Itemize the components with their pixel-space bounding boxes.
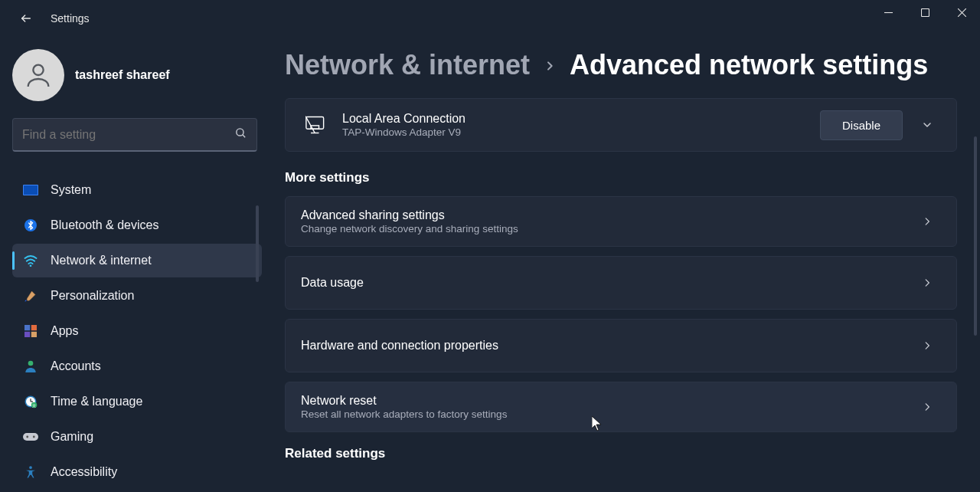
- svg-rect-9: [24, 185, 38, 195]
- sidebar-item-accessibility[interactable]: Accessibility: [12, 455, 262, 489]
- svg-point-26: [29, 466, 32, 469]
- chevron-right-icon: [544, 55, 556, 80]
- svg-rect-15: [31, 332, 37, 337]
- close-button[interactable]: [943, 0, 980, 25]
- sidebar-item-personalization[interactable]: Personalization: [12, 279, 262, 313]
- maximize-button[interactable]: [906, 0, 943, 25]
- search-icon: [234, 126, 247, 143]
- svg-rect-12: [24, 325, 30, 330]
- sidebar-item-label: Accessibility: [51, 465, 117, 479]
- section-related-settings: Related settings: [285, 446, 957, 461]
- clock-icon: 文: [23, 394, 38, 409]
- sidebar-item-label: Accounts: [51, 359, 101, 373]
- sidebar-item-gaming[interactable]: Gaming: [12, 420, 262, 454]
- gamepad-icon: [23, 429, 38, 444]
- ethernet-icon: [301, 110, 332, 140]
- avatar: [12, 49, 64, 101]
- item-title: Advanced sharing settings: [301, 208, 913, 222]
- disable-button[interactable]: Disable: [820, 110, 903, 140]
- sidebar-item-system[interactable]: System: [12, 173, 262, 207]
- item-subtitle: Change network discovery and sharing set…: [301, 223, 913, 235]
- item-title: Data usage: [301, 276, 913, 290]
- sidebar-item-network[interactable]: Network & internet: [12, 244, 262, 277]
- adapter-title: Local Area Connection: [342, 112, 820, 126]
- wifi-icon: [23, 253, 38, 268]
- breadcrumb-parent[interactable]: Network & internet: [285, 49, 530, 81]
- sidebar-item-bluetooth[interactable]: Bluetooth & devices: [12, 208, 262, 242]
- sidebar-item-label: Bluetooth & devices: [51, 218, 158, 232]
- svg-point-25: [33, 436, 35, 438]
- svg-line-7: [243, 135, 245, 137]
- sidebar-item-label: Gaming: [51, 430, 93, 444]
- sidebar-item-accounts[interactable]: Accounts: [12, 349, 262, 383]
- window-controls: [870, 0, 980, 25]
- accessibility-icon: [23, 464, 38, 480]
- item-network-reset[interactable]: Network reset Reset all network adapters…: [285, 382, 957, 432]
- bluetooth-icon: [23, 218, 38, 233]
- svg-point-24: [26, 436, 28, 438]
- content-area: Network & internet Advanced network sett…: [262, 37, 980, 492]
- brush-icon: [23, 288, 38, 303]
- item-title: Network reset: [301, 394, 913, 408]
- svg-point-5: [33, 65, 43, 75]
- item-hardware-properties[interactable]: Hardware and connection properties: [285, 319, 957, 372]
- svg-rect-2: [921, 8, 929, 16]
- apps-icon: [23, 323, 38, 339]
- section-more-settings: More settings: [285, 170, 957, 185]
- svg-point-16: [28, 361, 34, 366]
- sidebar-item-time-language[interactable]: 文 Time & language: [12, 385, 262, 418]
- sidebar-item-label: Personalization: [51, 289, 134, 303]
- sidebar: tashreef shareef System Bluetooth & devi…: [0, 37, 262, 492]
- username: tashreef shareef: [75, 68, 170, 82]
- sidebar-item-apps[interactable]: Apps: [12, 314, 262, 348]
- sidebar-item-label: System: [51, 183, 91, 197]
- svg-point-11: [30, 264, 32, 267]
- back-button[interactable]: [12, 5, 40, 32]
- svg-rect-23: [23, 433, 38, 441]
- sidebar-item-label: Network & internet: [51, 254, 152, 267]
- item-advanced-sharing[interactable]: Advanced sharing settings Change network…: [285, 196, 957, 247]
- chevron-right-icon: [913, 393, 941, 421]
- person-icon: [23, 359, 38, 374]
- system-icon: [23, 182, 38, 198]
- adapter-subtitle: TAP-Windows Adapter V9: [342, 126, 820, 138]
- svg-rect-14: [24, 332, 30, 337]
- breadcrumb: Network & internet Advanced network sett…: [285, 49, 957, 81]
- minimize-button[interactable]: [870, 0, 906, 25]
- item-subtitle: Reset all network adapters to factory se…: [301, 408, 913, 420]
- chevron-right-icon: [913, 208, 941, 235]
- search-input[interactable]: [22, 128, 234, 142]
- content-scrollbar[interactable]: [974, 136, 977, 336]
- chevron-right-icon: [913, 332, 941, 359]
- title-bar: Settings: [0, 0, 980, 37]
- window-title: Settings: [51, 12, 90, 25]
- search-box[interactable]: [12, 118, 257, 152]
- item-data-usage[interactable]: Data usage: [285, 256, 957, 310]
- nav-list: System Bluetooth & devices Network & int…: [12, 173, 262, 489]
- item-title: Hardware and connection properties: [301, 339, 913, 353]
- svg-text:文: 文: [32, 403, 36, 408]
- chevron-right-icon: [913, 269, 941, 297]
- sidebar-item-label: Apps: [51, 324, 78, 338]
- expand-button[interactable]: [913, 111, 941, 139]
- svg-point-6: [237, 129, 243, 136]
- page-title: Advanced network settings: [570, 49, 928, 81]
- adapter-card[interactable]: Local Area Connection TAP-Windows Adapte…: [285, 98, 957, 152]
- svg-line-29: [305, 116, 315, 133]
- sidebar-item-label: Time & language: [51, 395, 142, 408]
- sidebar-scrollbar[interactable]: [256, 205, 259, 282]
- svg-rect-13: [31, 325, 37, 330]
- user-block[interactable]: tashreef shareef: [12, 49, 262, 101]
